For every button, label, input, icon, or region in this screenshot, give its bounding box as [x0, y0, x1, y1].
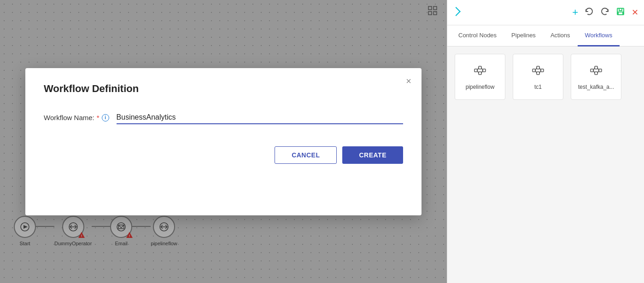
flow-card-label-pipelineflow: pipelineflow: [466, 84, 495, 90]
svg-rect-38: [599, 69, 602, 72]
tc1-icon: [531, 64, 545, 80]
flow-card-tc1[interactable]: tc1: [513, 54, 563, 100]
cancel-button[interactable]: CANCEL: [275, 146, 337, 164]
flow-card-pipelineflow[interactable]: pipelineflow: [455, 54, 505, 100]
close-icon[interactable]: ✕: [632, 7, 638, 17]
panel-content: pipelineflow tc1: [447, 46, 644, 283]
flow-card-test-kafka[interactable]: test_kafka_a...: [571, 54, 621, 100]
svg-rect-27: [533, 69, 535, 72]
svg-rect-37: [595, 72, 597, 75]
workflow-name-input[interactable]: [117, 111, 403, 124]
tab-control-nodes[interactable]: Control Nodes: [451, 25, 504, 46]
redo-icon[interactable]: [600, 7, 609, 18]
form-label: Workflow Name: * i: [44, 114, 109, 121]
modal-dialog: Workflow Definition × Workflow Name: * i…: [25, 68, 422, 215]
right-panel: + ✕ Control Nodes Pipelines Actions: [447, 0, 644, 283]
svg-line-26: [481, 70, 483, 73]
svg-rect-36: [595, 66, 597, 69]
flow-card-label-kafka: test_kafka_a...: [578, 84, 614, 90]
svg-rect-19: [474, 69, 477, 72]
modal-overlay: Workflow Definition × Workflow Name: * i…: [0, 0, 447, 283]
tab-pipelines[interactable]: Pipelines: [504, 25, 543, 46]
create-button[interactable]: CREATE: [342, 146, 403, 164]
svg-line-42: [597, 70, 599, 73]
top-toolbar: + ✕: [447, 0, 644, 25]
tab-workflows[interactable]: Workflows: [578, 25, 620, 46]
test-kafka-icon: [589, 64, 603, 80]
modal-title: Workflow Definition: [44, 83, 403, 95]
save-icon[interactable]: [616, 7, 625, 18]
required-star: *: [97, 114, 100, 121]
svg-line-34: [539, 70, 541, 73]
svg-rect-18: [618, 12, 623, 15]
form-row: Workflow Name: * i: [44, 111, 403, 124]
pipelineflow-icon: [473, 64, 487, 80]
tab-actions[interactable]: Actions: [543, 25, 578, 46]
modal-footer: CANCEL CREATE: [44, 146, 403, 164]
svg-rect-28: [537, 66, 539, 69]
svg-rect-30: [541, 69, 544, 72]
flow-card-label-tc1: tc1: [534, 84, 542, 90]
svg-rect-22: [483, 69, 486, 72]
svg-rect-20: [479, 66, 481, 69]
svg-rect-35: [591, 69, 593, 72]
modal-close-button[interactable]: ×: [406, 76, 411, 86]
undo-icon[interactable]: [585, 7, 594, 18]
svg-rect-29: [537, 72, 539, 75]
info-icon[interactable]: i: [102, 114, 109, 121]
add-icon[interactable]: +: [572, 6, 578, 18]
svg-rect-21: [479, 72, 481, 75]
canvas-area: Start ! DummyOperator: [0, 0, 447, 283]
label-text: Workflow Name:: [44, 114, 94, 121]
chevron-right-icon[interactable]: [453, 8, 459, 17]
svg-rect-17: [619, 8, 622, 11]
tab-nav: Control Nodes Pipelines Actions Workflow…: [447, 25, 644, 46]
